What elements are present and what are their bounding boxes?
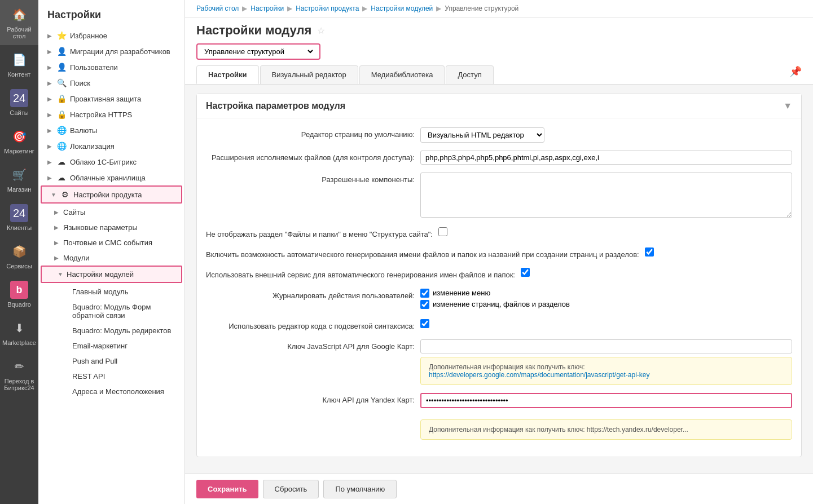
yandex-maps-control bbox=[420, 393, 792, 408]
module-selector[interactable]: Управление структурой Главный модуль Ema… bbox=[202, 47, 315, 56]
external-service-checkbox[interactable] bbox=[521, 268, 530, 277]
breadcrumb-product-settings[interactable]: Настройки продукта bbox=[296, 5, 359, 12]
sidebar-item-addresses[interactable]: ▶ Адреса и Местоположения bbox=[38, 384, 184, 399]
sidebar-icon-label: Сайты bbox=[10, 109, 28, 116]
sidebar-item-mail-sms[interactable]: ▶ Почтовые и СМС события bbox=[38, 235, 184, 250]
users-icon: 👤 bbox=[56, 63, 67, 72]
sidebar-item-push-pull[interactable]: ▶ Push and Pull bbox=[38, 353, 184, 369]
sidebar-icon-sites[interactable]: 24 Сайты bbox=[0, 83, 38, 122]
yandex-maps-input[interactable] bbox=[420, 393, 792, 408]
sidebar-item-main-module[interactable]: ▶ Главный модуль bbox=[38, 284, 184, 299]
sidebar-item-label: Настройки модулей bbox=[67, 270, 134, 278]
code-syntax-checkbox[interactable] bbox=[420, 319, 429, 328]
favorites-icon: ⭐ bbox=[56, 31, 67, 40]
sidebar-item-modules[interactable]: ▶ Модули bbox=[38, 250, 184, 266]
log-menu-changes-label: изменение меню bbox=[433, 289, 490, 297]
sidebar-icon-bquadro[interactable]: b Bquadro bbox=[0, 275, 38, 313]
arrow-icon: ▶ bbox=[54, 240, 60, 246]
arrow-icon: ▶ bbox=[47, 33, 53, 39]
arrow-icon: ▶ bbox=[47, 112, 53, 118]
arrow-icon: ▶ bbox=[47, 159, 53, 165]
product-settings-icon: ⚙ bbox=[60, 190, 70, 199]
log-page-changes-checkbox[interactable] bbox=[420, 300, 429, 309]
yandex-maps-info-text: Дополнительная информация как получить к… bbox=[429, 426, 688, 434]
log-menu-changes-checkbox[interactable] bbox=[420, 289, 429, 298]
sidebar-item-label: Push and Pull bbox=[72, 357, 117, 365]
form-row-code-syntax: Использовать редактор кода с подсветкой … bbox=[206, 319, 792, 331]
tab-visual-editor[interactable]: Визуальный редактор bbox=[260, 65, 358, 84]
sidebar-item-sites-sub[interactable]: ▶ Сайты bbox=[38, 205, 184, 220]
sidebar-item-localization[interactable]: ▶ 🌐 Локализация bbox=[38, 138, 184, 154]
collapse-icon[interactable]: ▼ bbox=[783, 101, 792, 111]
reset-button[interactable]: Сбросить bbox=[263, 480, 319, 498]
sidebar-item-lang-params[interactable]: ▶ Языковые параметры bbox=[38, 220, 184, 235]
settings-section-header: Настройка параметров модуля ▼ bbox=[197, 94, 801, 118]
sidebar-icon-content[interactable]: 📄 Контент bbox=[0, 45, 38, 83]
sidebar-icon-bitrix24[interactable]: ✏ Переход в Битрикс24 bbox=[0, 352, 38, 397]
sidebar-icon-label: Контент bbox=[8, 71, 31, 78]
sidebar-item-email-marketing[interactable]: ▶ Email-маркетинг bbox=[38, 338, 184, 353]
allowed-components-textarea[interactable] bbox=[420, 173, 792, 218]
sidebar-icon-shop[interactable]: 🛒 Магазин bbox=[0, 160, 38, 198]
favorite-star-icon[interactable]: ☆ bbox=[317, 25, 325, 36]
google-maps-info-link[interactable]: https://developers.google.com/maps/docum… bbox=[429, 371, 650, 379]
sidebar-item-rest-api[interactable]: ▶ REST API bbox=[38, 369, 184, 384]
auto-file-names-checkbox[interactable] bbox=[645, 247, 654, 257]
hide-files-menu-checkbox[interactable] bbox=[438, 227, 447, 236]
sidebar-item-bquadro-redirects[interactable]: ▶ Bquadro: Модуль редиректов bbox=[38, 323, 184, 338]
page-title: Настройки модуля bbox=[196, 23, 311, 38]
sidebar-item-label: Валюты bbox=[70, 126, 97, 135]
sites-icon: 24 bbox=[10, 89, 28, 107]
sidebar-icon-marketing[interactable]: 🎯 Маркетинг bbox=[0, 122, 38, 160]
sidebar-icon-label: Bquadro bbox=[7, 301, 31, 308]
sidebar-item-label: Языковые параметры bbox=[63, 223, 138, 232]
default-button[interactable]: По умолчанию bbox=[323, 480, 397, 498]
sidebar-item-label: Настройка HTTPS bbox=[70, 110, 132, 119]
sidebar-item-label: Проактивная защита bbox=[70, 95, 141, 103]
sidebar-item-https[interactable]: ▶ 🔒 Настройка HTTPS bbox=[38, 107, 184, 122]
breadcrumb-settings[interactable]: Настройки bbox=[251, 5, 284, 12]
form-row-exec-extensions: Расширения исполняемых файлов (для контр… bbox=[206, 151, 792, 165]
sidebar-item-search[interactable]: ▶ 🔍 Поиск bbox=[38, 75, 184, 91]
google-maps-input[interactable] bbox=[420, 339, 792, 353]
sidebar-item-module-settings[interactable]: ▼ Настройки модулей bbox=[42, 267, 181, 282]
sidebar-icon-clients[interactable]: 24 Клиенты bbox=[0, 198, 38, 237]
sidebar-item-favorites[interactable]: ▶ ⭐ Избранное bbox=[38, 28, 184, 43]
desktop-icon: 🏠 bbox=[10, 6, 28, 24]
sidebar-icon-label: Рабочий стол bbox=[2, 26, 36, 39]
exec-extensions-label: Расширения исполняемых файлов (для контр… bbox=[206, 151, 415, 163]
sidebar-item-bquadro-forms[interactable]: ▶ Bquadro: Модуль Форм обратной связи bbox=[38, 299, 184, 323]
breadcrumb-desktop[interactable]: Рабочий стол bbox=[196, 5, 239, 12]
sidebar-icon-marketplace[interactable]: ⬇ Marketplace bbox=[0, 313, 38, 352]
default-editor-control: Визуальный HTML редактор Текстовый редак… bbox=[420, 127, 792, 143]
sidebar-item-migrations[interactable]: ▶ 👤 Миграции для разработчиков bbox=[38, 43, 184, 59]
sidebar-item-label: Bquadro: Модуль Форм обратной связи bbox=[72, 303, 180, 320]
sidebar-item-proactive[interactable]: ▶ 🔒 Проактивная защита bbox=[38, 91, 184, 107]
external-service-control bbox=[521, 268, 792, 278]
tab-access[interactable]: Доступ bbox=[446, 65, 493, 84]
exec-extensions-input[interactable] bbox=[420, 151, 792, 165]
form-row-hide-files-menu: Не отображать раздел "Файлы и папки" в м… bbox=[206, 227, 792, 240]
sidebar-item-users[interactable]: ▶ 👤 Пользователи bbox=[38, 59, 184, 75]
sidebar-icon-services[interactable]: 📦 Сервисы bbox=[0, 237, 38, 275]
sidebar-item-label: Миграции для разработчиков bbox=[70, 47, 170, 56]
default-editor-select[interactable]: Визуальный HTML редактор Текстовый редак… bbox=[420, 127, 544, 143]
exec-extensions-control bbox=[420, 151, 792, 165]
allowed-components-control bbox=[420, 173, 792, 219]
tab-settings[interactable]: Настройки bbox=[196, 65, 259, 84]
allowed-components-label: Разрешенные компоненты: bbox=[206, 173, 415, 185]
pin-icon[interactable]: 📌 bbox=[789, 65, 802, 84]
sidebar-item-cloudstorage[interactable]: ▶ ☁ Облачные хранилища bbox=[38, 170, 184, 185]
sidebar-item-product-settings[interactable]: ▼ ⚙ Настройки продукта bbox=[42, 187, 181, 202]
save-button[interactable]: Сохранить bbox=[196, 480, 258, 498]
sidebar-icon-desktop[interactable]: 🏠 Рабочий стол bbox=[0, 0, 38, 45]
sidebar-item-currency[interactable]: ▶ 🌐 Валюты bbox=[38, 122, 184, 138]
breadcrumb-module-settings[interactable]: Настройки модулей bbox=[371, 5, 433, 12]
proactive-icon: 🔒 bbox=[56, 94, 67, 103]
bquadro-icon: b bbox=[10, 281, 28, 299]
breadcrumb-current: Управление структурой bbox=[445, 5, 518, 12]
tab-media-library[interactable]: Медиабиблиотека bbox=[359, 65, 445, 84]
sidebar-item-cloud1c[interactable]: ▶ ☁ Облако 1С-Битрикс bbox=[38, 154, 184, 170]
form-row-auto-file-names: Включить возможность автоматического ген… bbox=[206, 247, 792, 260]
log-menu-changes-row: изменение меню bbox=[420, 289, 792, 298]
